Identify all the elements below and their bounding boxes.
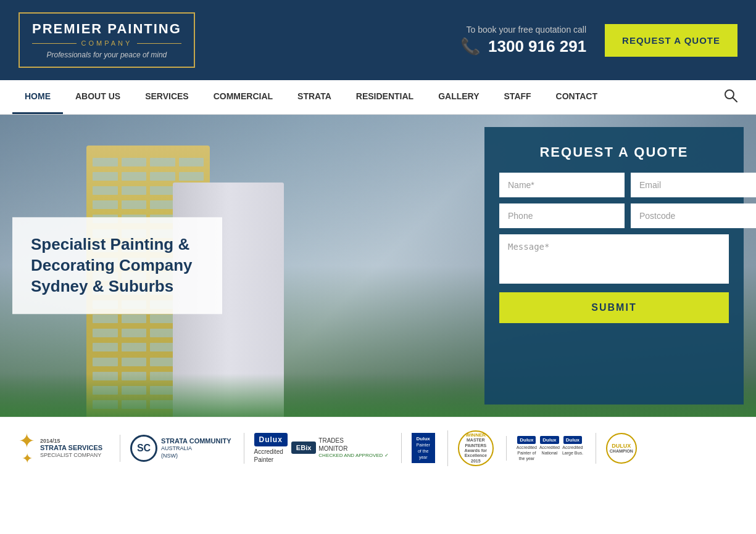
sc-circle-logo: SC: [130, 435, 157, 462]
nav-items: HOME ABOUT US SERVICES COMMERCIAL STRATA…: [12, 80, 718, 114]
strata-year: 2014/15: [40, 438, 102, 444]
svg-line-1: [733, 98, 737, 102]
star-icon-2: ✦: [22, 452, 33, 466]
strata-services-badge: ✦ ✦ 2014/15 STRATA SERVICES SPECIALIST C…: [19, 431, 102, 466]
hero-text-overlay: Specialist Painting & Decorating Company…: [12, 217, 222, 314]
quote-form: REQUEST A QUOTE SUBMIT: [484, 127, 744, 405]
nav-commercial[interactable]: COMMERCIAL: [201, 80, 285, 114]
message-input[interactable]: [499, 234, 729, 284]
dulux-badge-1: Dulux Accredited Painter of the year: [517, 436, 537, 461]
strata-specialist-text: SPECIALIST COMPANY: [40, 452, 102, 458]
trades-text: TRADES MONITOR CHECKED AND APPROVED ✓: [318, 437, 388, 459]
logo-title: PREMIER PAINTING: [32, 21, 181, 37]
nav-services[interactable]: SERVICES: [133, 80, 201, 114]
dulux-accredited-text: Accredited Painter: [254, 448, 288, 464]
header-right: To book your free quotation call 📞 1300 …: [460, 24, 737, 57]
phone-input[interactable]: [499, 203, 625, 228]
nav-staff[interactable]: STAFF: [492, 80, 544, 114]
strata-community-badge: SC STRATA COMMUNITY AUSTRALIA (NSW): [120, 435, 231, 462]
contact-info: To book your free quotation call 📞 1300 …: [460, 25, 586, 56]
winner-wreath: WINNER MASTER PAINTERS Awards for Excell…: [458, 430, 494, 466]
logo-tagline: Professionals for your peace of mind: [32, 51, 181, 59]
email-input[interactable]: [631, 173, 756, 197]
nav-residential[interactable]: RESIDENTIAL: [344, 80, 426, 114]
hero-section: Specialist Painting & Decorating Company…: [0, 115, 756, 417]
nav-gallery[interactable]: GALLERY: [426, 80, 491, 114]
dulux-badge-3: Dulux Accredited Large Bus.: [562, 436, 583, 461]
dulux-logo: Dulux: [254, 433, 288, 446]
nav-about-us[interactable]: ABOUT US: [63, 80, 133, 114]
winner-badge: WINNER MASTER PAINTERS Awards for Excell…: [447, 430, 494, 466]
dulux-badge-2: Dulux Accredited National: [539, 436, 560, 461]
form-row-1: [499, 173, 729, 197]
search-icon[interactable]: [718, 83, 744, 112]
logo[interactable]: PREMIER PAINTING COMPANY Professionals f…: [19, 12, 195, 68]
painter-of-year-badge: Dulux Painter of the year: [401, 433, 435, 463]
painter-box: Dulux Painter of the year: [412, 433, 435, 463]
book-text: To book your free quotation call: [460, 25, 586, 35]
ebix-logo: EBix: [291, 442, 316, 454]
postcode-input[interactable]: [631, 203, 756, 228]
submit-button[interactable]: SUBMIT: [499, 292, 729, 323]
logo-company: COMPANY: [81, 39, 133, 47]
strata-text: 2014/15 STRATA SERVICES SPECIALIST COMPA…: [40, 438, 102, 458]
ebix-badge: EBix TRADES MONITOR CHECKED AND APPROVED…: [291, 437, 389, 459]
phone-icon: 📞: [460, 37, 480, 55]
logo-divider: COMPANY: [32, 39, 181, 47]
champion-badge: DULUX CHAMPION: [596, 433, 637, 464]
strata-main-text: STRATA SERVICES: [40, 444, 102, 452]
nav-contact[interactable]: CONTACT: [544, 80, 610, 114]
nav-strata[interactable]: STRATA: [285, 80, 344, 114]
multi-dulux-badges: Dulux Accredited Painter of the year Dul…: [506, 436, 583, 461]
form-row-2: [499, 203, 729, 228]
nav-home[interactable]: HOME: [12, 80, 63, 114]
badges-strip: ✦ ✦ 2014/15 STRATA SERVICES SPECIALIST C…: [0, 417, 756, 479]
request-quote-button[interactable]: REQUEST A QUOTE: [605, 24, 737, 57]
dulux-accredited-badge: Dulux Accredited Painter EBix TRADES MON…: [244, 433, 389, 464]
phone-number[interactable]: 📞 1300 916 291: [460, 37, 586, 56]
navigation: HOME ABOUT US SERVICES COMMERCIAL STRATA…: [0, 80, 756, 115]
champion-circle: DULUX CHAMPION: [606, 433, 637, 464]
quote-form-title: REQUEST A QUOTE: [499, 144, 729, 160]
star-icon: ✦: [19, 431, 35, 451]
sc-text: STRATA COMMUNITY AUSTRALIA (NSW): [161, 437, 231, 460]
name-input[interactable]: [499, 173, 625, 197]
dulux-block: Dulux Accredited Painter: [254, 433, 288, 464]
hero-headline: Specialist Painting & Decorating Company…: [31, 234, 204, 297]
header: PREMIER PAINTING COMPANY Professionals f…: [0, 0, 756, 80]
